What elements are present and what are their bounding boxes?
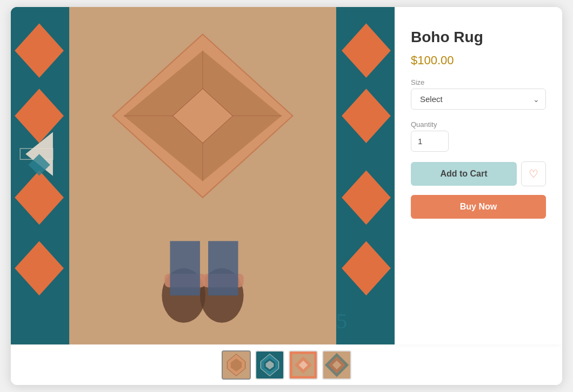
product-panel: Boho Rug $100.00 Size Select 2x3 4x6 5x8… <box>395 7 562 344</box>
thumbnails-row <box>11 344 562 385</box>
svg-text:5: 5 <box>336 309 347 333</box>
wishlist-button[interactable]: ♡ <box>521 161 546 186</box>
quantity-input[interactable] <box>411 131 449 152</box>
rug-image: 5 <box>11 7 395 344</box>
quantity-field: Quantity <box>411 120 546 152</box>
product-card: 5 Boho Rug $100.00 Size Select 2x3 4x6 5… <box>11 7 562 385</box>
thumbnail-4[interactable] <box>322 350 351 380</box>
size-select[interactable]: Select 2x3 4x6 5x8 8x10 <box>411 89 546 110</box>
svg-rect-28 <box>208 241 238 295</box>
product-image-area: 5 <box>11 7 395 344</box>
actions-row: Add to Cart ♡ <box>411 161 546 186</box>
size-field: Size Select 2x3 4x6 5x8 8x10 ⌄ <box>411 78 546 114</box>
product-price: $100.00 <box>411 53 546 67</box>
thumbnail-1[interactable] <box>222 350 251 380</box>
svg-rect-27 <box>170 241 200 295</box>
main-area: 5 Boho Rug $100.00 Size Select 2x3 4x6 5… <box>11 7 562 344</box>
size-label: Size <box>411 78 546 86</box>
quantity-label: Quantity <box>411 120 546 129</box>
add-to-cart-button[interactable]: Add to Cart <box>411 162 517 186</box>
thumbnail-3[interactable] <box>289 350 318 380</box>
product-title: Boho Rug <box>411 29 546 46</box>
thumbnail-2[interactable] <box>255 350 284 380</box>
heart-icon: ♡ <box>529 167 538 180</box>
size-select-wrapper: Select 2x3 4x6 5x8 8x10 ⌄ <box>411 89 546 110</box>
buy-now-button[interactable]: Buy Now <box>411 195 546 219</box>
